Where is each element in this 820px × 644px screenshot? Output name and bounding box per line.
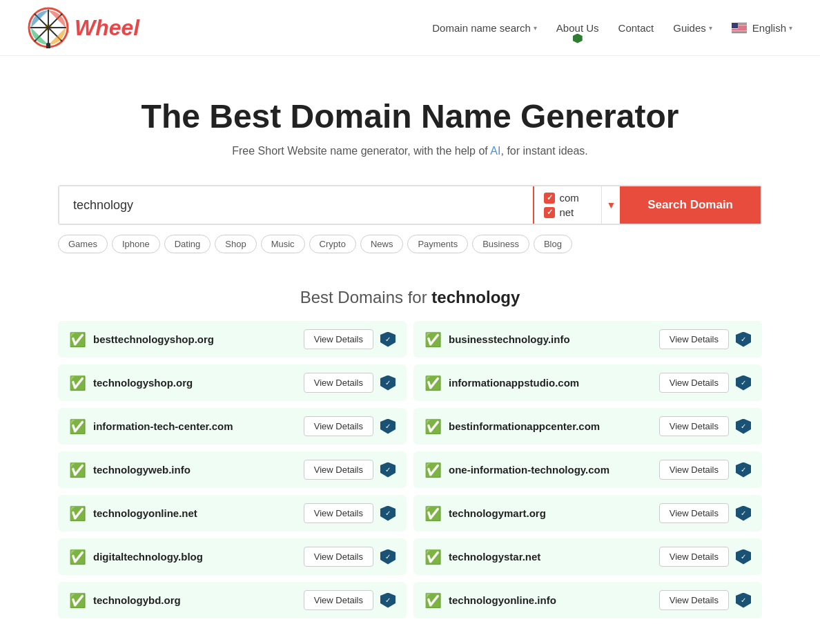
check-icon: ✅ [69, 375, 86, 391]
domain-shield-icon [736, 462, 751, 478]
domain-name: digitaltechnology.blog [93, 551, 297, 563]
domain-shield-icon [736, 593, 751, 608]
domain-name: bestinformationappcenter.com [449, 420, 652, 432]
domain-shield-icon [380, 332, 396, 347]
nav-contact[interactable]: Contact [618, 22, 654, 34]
ai-link[interactable]: AI [490, 145, 500, 157]
domain-row: ✅ technologyshop.org View Details [58, 364, 407, 401]
tag-shop[interactable]: Shop [215, 235, 256, 253]
view-details-button[interactable]: View Details [304, 416, 373, 436]
view-details-button[interactable]: View Details [659, 373, 729, 393]
search-input[interactable] [59, 186, 533, 224]
logo-icon [28, 7, 69, 48]
domain-row: ✅ digitaltechnology.blog View Details [58, 538, 407, 575]
view-details-button[interactable]: View Details [659, 460, 729, 480]
svg-rect-13 [732, 31, 747, 32]
domain-shield-icon [736, 332, 751, 347]
page-title: The Best Domain Name Generator [14, 97, 806, 135]
svg-rect-12 [732, 30, 747, 30]
domain-shield-icon [736, 549, 751, 565]
tag-games[interactable]: Games [58, 235, 108, 253]
domain-shield-icon [380, 593, 396, 608]
domain-shield-icon [380, 462, 396, 478]
results-grid: ✅ besttechnologyshop.org View Details ✅ … [30, 321, 790, 644]
check-icon: ✅ [424, 505, 442, 522]
view-details-button[interactable]: View Details [659, 547, 729, 567]
check-icon: ✅ [69, 592, 86, 609]
search-domain-button[interactable]: Search Domain [620, 186, 761, 224]
tld-selector[interactable]: com net [533, 186, 602, 224]
nav-domain-name-search[interactable]: Domain name search ▾ [432, 22, 537, 34]
check-icon: ✅ [424, 462, 442, 478]
view-details-button[interactable]: View Details [304, 547, 373, 567]
domain-shield-icon [736, 419, 751, 434]
search-bar: com net ▼ Search Domain [58, 185, 762, 225]
tag-dating[interactable]: Dating [164, 235, 211, 253]
nav-about-us[interactable]: About Us [556, 22, 599, 34]
tag-music[interactable]: Music [261, 235, 305, 253]
view-details-button[interactable]: View Details [304, 329, 373, 349]
domain-name: technologyshop.org [93, 377, 297, 389]
main-nav: Domain name search ▾ About Us Contact Gu… [432, 22, 792, 34]
domain-name: information-tech-center.com [93, 420, 297, 432]
chevron-down-icon: ▾ [709, 24, 712, 32]
domain-row: ✅ one-information-technology.com View De… [413, 451, 762, 488]
domain-shield-icon [380, 375, 396, 391]
domain-name: technologystar.net [449, 551, 652, 563]
domain-name: technologyweb.info [93, 464, 297, 476]
view-details-button[interactable]: View Details [304, 590, 373, 610]
view-details-button[interactable]: View Details [304, 460, 373, 480]
tld-com-option[interactable]: com [544, 192, 592, 204]
tld-dropdown-arrow[interactable]: ▼ [602, 186, 620, 224]
view-details-button[interactable]: View Details [304, 373, 373, 393]
tag-iphone[interactable]: Iphone [112, 235, 160, 253]
tag-news[interactable]: News [360, 235, 404, 253]
svg-rect-14 [732, 23, 738, 28]
domain-name: technologyonline.info [449, 594, 652, 606]
domain-row: ✅ bestinformationappcenter.com View Deta… [413, 408, 762, 445]
tag-blog[interactable]: Blog [534, 235, 572, 253]
domain-name: technologymart.org [449, 507, 652, 519]
domain-row: ✅ technologybd.org View Details [58, 582, 407, 618]
domain-name: one-information-technology.com [449, 464, 652, 476]
nav-guides[interactable]: Guides ▾ [673, 22, 712, 34]
tld-net-label: net [559, 206, 574, 218]
domain-shield-icon [736, 506, 751, 521]
check-icon: ✅ [69, 549, 86, 565]
domain-shield-icon [736, 375, 751, 391]
tag-business[interactable]: Business [472, 235, 529, 253]
check-icon: ✅ [424, 375, 442, 391]
hero-section: The Best Domain Name Generator Free Shor… [0, 56, 820, 185]
domain-shield-icon [380, 506, 396, 521]
tld-com-checkbox[interactable] [544, 193, 555, 204]
domain-name: technologyonline.net [93, 507, 297, 519]
domain-row: ✅ technologyweb.info View Details [58, 451, 407, 488]
tld-net-option[interactable]: net [544, 206, 592, 218]
search-area: com net ▼ Search Domain GamesIphoneDatin… [30, 185, 790, 267]
view-details-button[interactable]: View Details [659, 590, 729, 610]
check-icon: ✅ [424, 418, 442, 435]
view-details-button[interactable]: View Details [659, 416, 729, 436]
logo[interactable]: Wheel [28, 7, 139, 48]
view-details-button[interactable]: View Details [304, 503, 373, 523]
tld-net-checkbox[interactable] [544, 207, 555, 218]
svg-rect-6 [46, 43, 50, 48]
check-icon: ✅ [69, 462, 86, 478]
check-icon: ✅ [69, 418, 86, 435]
view-details-button[interactable]: View Details [659, 503, 729, 523]
domain-row: ✅ information-tech-center.com View Detai… [58, 408, 407, 445]
domain-name: technologybd.org [93, 594, 297, 606]
tags-bar: GamesIphoneDatingShopMusicCryptoNewsPaym… [58, 235, 762, 253]
chevron-down-icon: ▾ [534, 24, 537, 32]
domain-row: ✅ informationappstudio.com View Details [413, 364, 762, 401]
domain-row: ✅ technologyonline.net View Details [58, 495, 407, 531]
view-details-button[interactable]: View Details [659, 329, 729, 349]
domain-row: ✅ technologystar.net View Details [413, 538, 762, 575]
hero-subtitle: Free Short Website name generator, with … [14, 145, 806, 157]
nav-language[interactable]: English ▾ [732, 22, 792, 34]
tld-com-label: com [559, 192, 578, 204]
check-icon: ✅ [69, 505, 86, 522]
tag-payments[interactable]: Payments [407, 235, 468, 253]
check-icon: ✅ [424, 331, 442, 348]
tag-crypto[interactable]: Crypto [309, 235, 356, 253]
